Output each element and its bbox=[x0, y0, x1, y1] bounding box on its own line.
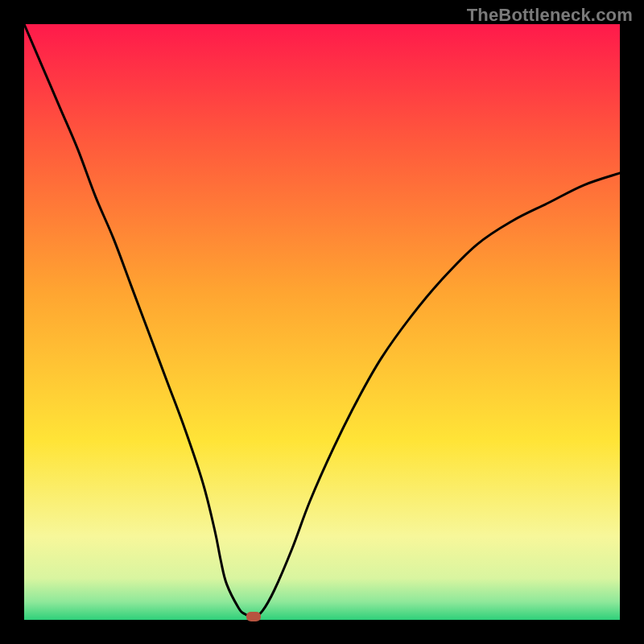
plot-area bbox=[24, 24, 620, 620]
watermark-text: TheBottleneck.com bbox=[467, 5, 633, 26]
optimum-marker bbox=[246, 612, 261, 621]
curve-path bbox=[24, 24, 620, 617]
bottleneck-curve bbox=[24, 24, 620, 620]
chart-frame: TheBottleneck.com bbox=[0, 0, 644, 644]
